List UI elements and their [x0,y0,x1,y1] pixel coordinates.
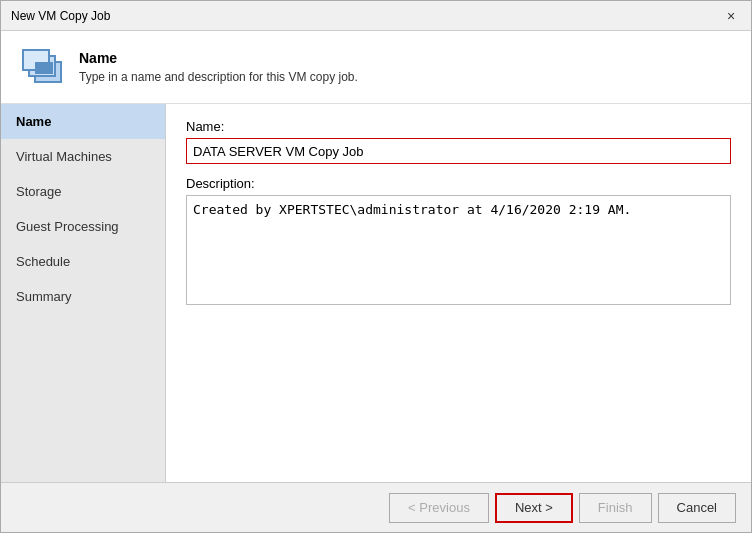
sidebar-item-guest-processing[interactable]: Guest Processing [1,209,165,244]
sidebar-item-name[interactable]: Name [1,104,165,139]
header-section: Name Type in a name and description for … [1,31,751,104]
name-input[interactable] [186,138,731,164]
previous-button[interactable]: < Previous [389,493,489,523]
sidebar-item-summary[interactable]: Summary [1,279,165,314]
sidebar-item-virtual-machines[interactable]: Virtual Machines [1,139,165,174]
title-bar: New VM Copy Job × [1,1,751,31]
cancel-button[interactable]: Cancel [658,493,736,523]
dialog-title: New VM Copy Job [11,9,110,23]
sidebar-item-storage[interactable]: Storage [1,174,165,209]
main-content: Name: Description: [166,104,751,482]
name-label: Name: [186,119,731,134]
finish-button[interactable]: Finish [579,493,652,523]
name-group: Name: [186,119,731,164]
footer: < Previous Next > Finish Cancel [1,482,751,532]
description-textarea[interactable] [186,195,731,305]
description-group: Description: [186,176,731,308]
content-area: Name Virtual Machines Storage Guest Proc… [1,104,751,482]
header-text: Name Type in a name and description for … [79,50,358,84]
sidebar-item-schedule[interactable]: Schedule [1,244,165,279]
vm-copy-icon [16,43,64,91]
next-button[interactable]: Next > [495,493,573,523]
header-title: Name [79,50,358,66]
description-label: Description: [186,176,731,191]
header-description: Type in a name and description for this … [79,70,358,84]
close-button[interactable]: × [721,6,741,26]
sidebar: Name Virtual Machines Storage Guest Proc… [1,104,166,482]
dialog: New VM Copy Job × Name Type in a name an… [0,0,752,533]
